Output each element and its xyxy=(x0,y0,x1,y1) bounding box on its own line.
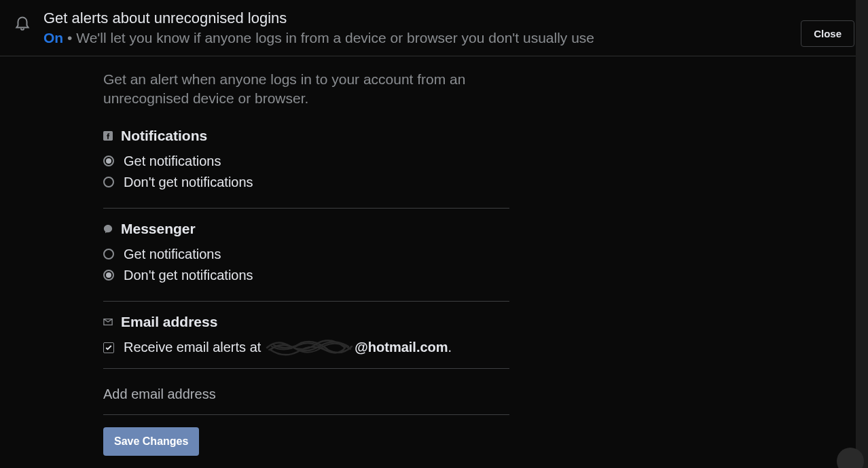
radio-icon xyxy=(103,156,114,166)
redacted-email xyxy=(264,340,352,356)
messenger-header: Messenger xyxy=(103,221,509,237)
radio-label: Don't get notifications xyxy=(124,175,253,190)
close-button[interactable]: Close xyxy=(801,20,854,47)
notifications-radio-get[interactable]: Get notifications xyxy=(103,154,509,169)
radio-icon xyxy=(103,249,114,259)
settings-content: Get an alert when anyone logs in to your… xyxy=(0,56,509,456)
settings-header: Get alerts about unrecognised logins On … xyxy=(0,0,868,56)
checkbox-icon xyxy=(103,342,114,353)
checkbox-label: Receive email alerts at @hotmail.com. xyxy=(124,340,452,356)
save-changes-button[interactable]: Save Changes xyxy=(103,427,199,456)
bell-icon xyxy=(14,14,31,31)
envelope-icon xyxy=(103,317,113,327)
messenger-icon xyxy=(103,224,113,234)
status-on: On xyxy=(43,30,63,46)
email-header: Email address xyxy=(103,314,509,330)
messenger-section: Messenger Get notifications Don't get no… xyxy=(103,221,509,302)
email-title: Email address xyxy=(121,314,217,330)
messenger-title: Messenger xyxy=(121,221,196,237)
notifications-radio-dont[interactable]: Don't get notifications xyxy=(103,175,509,190)
notifications-header: Notifications xyxy=(103,128,509,144)
messenger-radio-get[interactable]: Get notifications xyxy=(103,247,509,262)
intro-text: Get an alert when anyone logs in to your… xyxy=(103,70,509,109)
radio-icon xyxy=(103,177,114,187)
radio-label: Get notifications xyxy=(124,154,221,169)
add-email-link[interactable]: Add email address xyxy=(103,381,509,415)
scrollbar[interactable] xyxy=(856,0,868,468)
header-subtitle: On • We'll let you know if anyone logs i… xyxy=(43,30,854,46)
radio-label: Don't get notifications xyxy=(124,268,253,283)
email-receive-prefix: Receive email alerts at xyxy=(124,340,261,355)
header-text-block: Get alerts about unrecognised logins On … xyxy=(43,10,854,46)
notifications-section: Notifications Get notifications Don't ge… xyxy=(103,128,509,209)
subtitle-text: We'll let you know if anyone logs in fro… xyxy=(76,30,594,46)
facebook-icon xyxy=(103,131,113,141)
email-section: Email address Receive email alerts at @h… xyxy=(103,314,509,369)
radio-icon xyxy=(103,270,114,281)
email-period: . xyxy=(448,340,452,355)
email-checkbox-option[interactable]: Receive email alerts at @hotmail.com. xyxy=(103,340,509,356)
radio-label: Get notifications xyxy=(124,247,221,262)
header-title: Get alerts about unrecognised logins xyxy=(43,10,854,27)
messenger-radio-dont[interactable]: Don't get notifications xyxy=(103,268,509,283)
separator: • xyxy=(63,30,76,46)
notifications-title: Notifications xyxy=(121,128,207,144)
email-domain: @hotmail.com xyxy=(355,340,448,355)
